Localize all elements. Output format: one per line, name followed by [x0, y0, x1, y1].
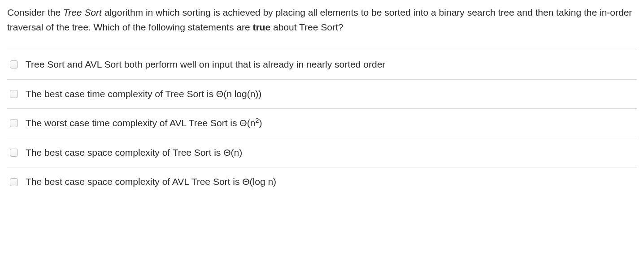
option-label: Tree Sort and AVL Sort both perform well… — [26, 57, 634, 72]
option-checkbox[interactable] — [10, 119, 18, 127]
option-checkbox[interactable] — [10, 60, 18, 68]
option-label: The best case space complexity of AVL Tr… — [26, 175, 634, 189]
option-label-sup: 2 — [255, 117, 259, 124]
option-row[interactable]: The best case space complexity of AVL Tr… — [7, 167, 637, 197]
option-row[interactable]: Tree Sort and AVL Sort both perform well… — [7, 50, 637, 80]
option-label: The best case time complexity of Tree So… — [26, 87, 634, 102]
option-label: The worst case time complexity of AVL Tr… — [26, 116, 634, 131]
option-label: The best case space complexity of Tree S… — [26, 145, 634, 160]
option-checkbox[interactable] — [10, 178, 18, 186]
question-text-bold: true — [252, 22, 270, 32]
option-row[interactable]: The worst case time complexity of AVL Tr… — [7, 109, 637, 138]
option-checkbox[interactable] — [10, 149, 18, 157]
option-row[interactable]: The best case time complexity of Tree So… — [7, 80, 637, 109]
options-list: Tree Sort and AVL Sort both perform well… — [7, 50, 637, 197]
question-text-post: about Tree Sort? — [270, 22, 343, 32]
question-text-italic: Tree Sort — [63, 7, 102, 17]
question-prompt: Consider the Tree Sort algorithm in whic… — [7, 5, 637, 34]
option-label-post: ) — [259, 118, 262, 128]
question-text-pre: Consider the — [7, 7, 63, 17]
option-row[interactable]: The best case space complexity of Tree S… — [7, 138, 637, 168]
option-checkbox[interactable] — [10, 90, 18, 98]
option-label-pre: The worst case time complexity of AVL Tr… — [26, 118, 255, 128]
